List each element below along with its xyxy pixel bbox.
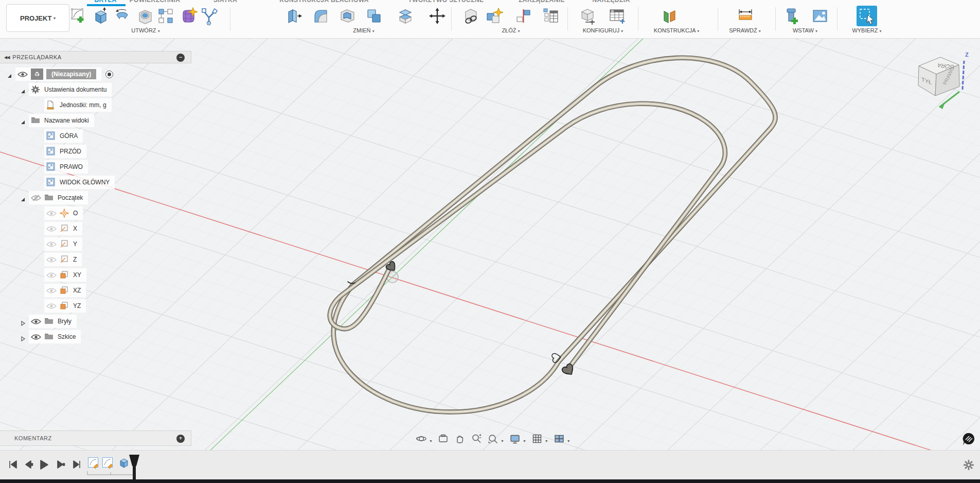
combine-icon[interactable]	[364, 6, 384, 26]
toolbar-group-utworz[interactable]: UTWÓRZ ▾	[131, 27, 159, 33]
activate-component-radio[interactable]	[105, 71, 113, 78]
offset-face-icon[interactable]	[395, 6, 416, 26]
tree-row-y[interactable]: Y	[0, 236, 191, 252]
grid-settings-icon[interactable]	[530, 432, 544, 445]
tree-item-label[interactable]: X	[73, 225, 77, 232]
move-icon[interactable]	[427, 6, 448, 26]
minimize-browser-button[interactable]: −	[176, 54, 185, 62]
tree-row-bryły[interactable]: Bryły	[0, 314, 191, 329]
tree-item-label[interactable]: PRAWO	[60, 163, 83, 170]
tree-row-xz[interactable]: XZ	[0, 283, 191, 298]
insert-canvas-icon[interactable]	[810, 6, 830, 26]
toolbar-group-zmien[interactable]: ZMIEŃ ▾	[353, 27, 374, 33]
collapse-arrow-icon[interactable]	[21, 118, 26, 123]
measure-icon[interactable]	[735, 6, 756, 26]
expand-arrow-icon[interactable]	[21, 334, 26, 339]
tree-row-nazwane-widoki[interactable]: Nazwane widoki	[0, 113, 191, 128]
tab-siatka[interactable]: SIATKA	[213, 0, 237, 4]
toolbar-group-sprawdz[interactable]: SPRAWDŹ ▾	[729, 27, 761, 33]
tree-item-label[interactable]: YZ	[73, 302, 81, 309]
visibility-eye-icon[interactable]	[46, 271, 57, 279]
insert-fastener-icon[interactable]	[781, 6, 802, 26]
tree-row-jednostki-mm-g[interactable]: Jednostki: mm, g	[0, 97, 191, 113]
tree-item-label[interactable]: Y	[73, 240, 77, 248]
go-to-start-button[interactable]	[6, 458, 20, 471]
play-button[interactable]	[37, 458, 50, 471]
visibility-eye-icon[interactable]	[46, 225, 57, 232]
timeline-sketch-feature[interactable]	[102, 457, 114, 469]
dropdown-caret-icon[interactable]: ▼	[429, 439, 433, 443]
tree-item-label[interactable]: Z	[73, 256, 77, 263]
toolbar-group-konfiguruj[interactable]: KONFIGURUJ ▾	[583, 27, 623, 33]
expand-arrow-icon[interactable]	[21, 319, 26, 324]
tab-konstrukcja-blachowa[interactable]: KONSTRUKCJA BLACHOWA	[279, 0, 369, 4]
timeline-settings-gear-icon[interactable]	[963, 459, 975, 471]
tree-row-szkice[interactable]: Szkice	[0, 329, 191, 344]
pattern-icon[interactable]	[155, 6, 176, 26]
tree-item-label[interactable]: Nazwane widoki	[44, 117, 89, 124]
configure-icon[interactable]	[577, 6, 598, 26]
viewports-icon[interactable]	[553, 432, 566, 445]
dropdown-caret-icon[interactable]: ▼	[523, 439, 526, 443]
step-forward-button[interactable]	[54, 458, 67, 471]
tree-row-góra[interactable]: GÓRA	[0, 128, 191, 144]
toolbar-group-wstaw[interactable]: WSTAW ▾	[793, 27, 817, 33]
visibility-eye-icon[interactable]	[17, 71, 28, 78]
tab-narzędzia[interactable]: NARZĘDZIA	[593, 0, 630, 4]
fillet-icon[interactable]	[310, 6, 331, 26]
shell-icon[interactable]	[337, 6, 358, 26]
generative-design-icon[interactable]	[199, 6, 219, 26]
tree-row-początek[interactable]: Początek	[0, 190, 191, 205]
display-settings-icon[interactable]	[508, 432, 522, 445]
tree-row-widok-główny[interactable]: WIDOK GŁÓWNY	[0, 175, 191, 190]
bom-icon[interactable]	[541, 6, 561, 26]
look-at-icon[interactable]	[437, 432, 450, 445]
go-to-end-button[interactable]	[70, 458, 83, 471]
zoom-icon[interactable]	[470, 432, 483, 445]
visibility-eye-icon[interactable]	[31, 194, 41, 201]
collapse-arrow-icon[interactable]	[7, 72, 12, 77]
toolbar-group-wybierz[interactable]: WYBIERZ ▾	[852, 27, 881, 33]
tree-item-label[interactable]: Bryły	[58, 318, 72, 325]
dropdown-caret-icon[interactable]: ▼	[501, 439, 504, 443]
tree-item-label[interactable]: Początek	[58, 194, 83, 201]
new-component-icon[interactable]	[484, 6, 504, 26]
tree-row-ustawienia-dokumentu[interactable]: Ustawienia dokumentu	[0, 82, 191, 97]
step-back-button[interactable]	[22, 458, 35, 471]
pan-icon[interactable]	[453, 432, 467, 445]
revolve-icon[interactable]	[112, 6, 132, 26]
tree-item-label[interactable]: WIDOK GŁÓWNY	[60, 179, 110, 186]
dropdown-caret-icon[interactable]: ▼	[545, 439, 548, 443]
toolbar-group-konstrukcja[interactable]: KONSTRUKCJA ▾	[654, 27, 699, 33]
visibility-eye-icon[interactable]	[46, 256, 57, 263]
dropdown-caret-icon[interactable]: ▼	[567, 439, 571, 443]
tree-item-label[interactable]: Ustawienia dokumentu	[44, 86, 106, 93]
tab-bryła[interactable]: BRYŁA	[95, 0, 117, 4]
timeline-position-marker[interactable]	[128, 454, 141, 480]
feedback-pin-icon[interactable]	[961, 432, 976, 447]
tree-item-label[interactable]: XY	[73, 271, 81, 279]
tree-item-label[interactable]: XZ	[73, 287, 81, 294]
tree-item-label[interactable]: Szkice	[58, 333, 76, 340]
create-form-icon[interactable]	[178, 6, 199, 26]
config-table-icon[interactable]	[607, 6, 628, 26]
tree-item-label[interactable]: O	[73, 210, 78, 217]
select-icon[interactable]	[857, 6, 877, 26]
tab-zarządzanie[interactable]: ZARZĄDZANIE	[519, 0, 565, 4]
extrude-icon[interactable]	[90, 6, 111, 26]
hole-icon[interactable]	[135, 6, 155, 26]
visibility-eye-icon[interactable]	[46, 302, 57, 309]
viewcube[interactable]: GÓRA TYŁ PRAWO Z	[904, 44, 976, 116]
construction-plane-icon[interactable]	[658, 6, 679, 26]
collapse-panel-icon[interactable]: ◀◀	[4, 55, 9, 60]
visibility-eye-icon[interactable]	[46, 240, 57, 248]
tree-row-przód[interactable]: PRZÓD	[0, 144, 191, 159]
tree-row-x[interactable]: X	[0, 221, 191, 236]
tree-row-yz[interactable]: YZ	[0, 298, 191, 314]
tree-row-prawo[interactable]: PRAWO	[0, 159, 191, 175]
toolbar-group-zloz[interactable]: ZŁÓŻ ▾	[502, 27, 520, 33]
add-comment-button[interactable]: +	[176, 435, 185, 443]
tab-tworzywo-sztuczne[interactable]: TWORZYWO SZTUCZNE	[408, 0, 484, 4]
tree-item-label[interactable]: GÓRA	[60, 132, 78, 140]
visibility-eye-icon[interactable]	[31, 333, 41, 340]
